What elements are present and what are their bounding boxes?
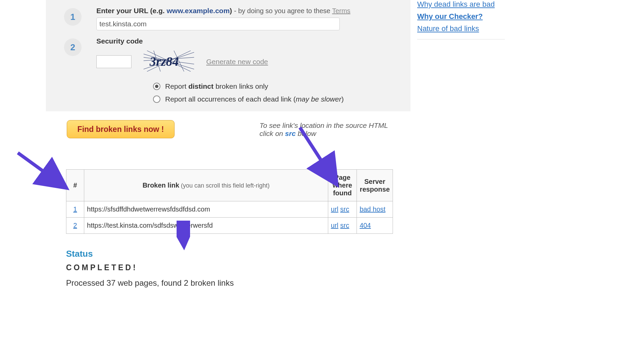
status-completed: COMPLETED!	[66, 263, 410, 272]
option-all-label: Report all occurrences of each dead link…	[165, 95, 344, 103]
hint-line-1: To see link's location in the source HTM…	[259, 121, 388, 130]
results-panel: Find broken links now ! To see link's lo…	[46, 111, 410, 315]
generate-code-link[interactable]: Generate new code	[206, 58, 268, 66]
status-processed: Processed 37 web pages, found 2 broken l…	[66, 278, 410, 288]
url-input[interactable]	[96, 18, 340, 30]
page-src-link[interactable]: src	[340, 222, 349, 229]
option-distinct[interactable]: Report distinct broken links only	[153, 82, 410, 90]
broken-link-cell: https://sfsdffdhdwetwerrewsfdsdfdsd.com	[84, 201, 328, 218]
step-1-row: 1 Enter your URL (e.g. www.example.com) …	[46, 7, 410, 30]
row-number-link[interactable]: 2	[73, 222, 77, 229]
sidebar: Why dead links are bad Why our Checker? …	[417, 0, 505, 42]
table-header-response: Serverresponse	[357, 170, 393, 201]
option-distinct-label: Report distinct broken links only	[165, 82, 268, 90]
step-2-badge: 2	[64, 38, 82, 56]
server-response-link[interactable]: 404	[360, 222, 371, 229]
table-header-link: Broken link (you can scroll this field l…	[84, 170, 328, 201]
server-response-link[interactable]: bad host	[360, 205, 386, 213]
page-src-link[interactable]: src	[340, 205, 349, 213]
url-label-suffix: )	[230, 7, 234, 15]
table-row: 1 https://sfsdffdhdwetwerrewsfdsdfdsd.co…	[66, 201, 393, 218]
status-block: Status COMPLETED! Processed 37 web pages…	[66, 249, 410, 288]
security-label: Security code	[96, 37, 410, 45]
url-agree-text: - by doing so you agree to these	[234, 7, 332, 15]
row-number-link[interactable]: 1	[73, 205, 77, 213]
sidebar-link[interactable]: Why dead links are bad	[417, 0, 505, 9]
sidebar-link[interactable]: Nature of bad links	[417, 24, 505, 33]
hint-text: To see link's location in the source HTM…	[259, 121, 388, 138]
sidebar-divider	[417, 39, 505, 39]
url-label: Enter your URL (e.g. www.example.com) - …	[96, 7, 410, 15]
url-label-example: www.example.com	[166, 7, 229, 15]
radio-distinct[interactable]	[153, 83, 160, 90]
page-url-link[interactable]: url	[331, 205, 338, 213]
results-table: # Broken link (you can scroll this field…	[66, 169, 393, 234]
broken-link-cell: https://test.kinsta.com/sdfsdswewerwersf…	[84, 218, 328, 234]
form-panel: 1 Enter your URL (e.g. www.example.com) …	[46, 0, 410, 125]
table-header-page: Pagewherefound	[328, 170, 357, 201]
page-url-link[interactable]: url	[331, 222, 338, 229]
url-label-prefix: Enter your URL (e.g.	[96, 7, 166, 15]
svg-text:3rz84: 3rz84	[149, 54, 179, 68]
radio-all[interactable]	[153, 95, 160, 103]
security-code-input[interactable]	[96, 55, 131, 68]
table-row: 2 https://test.kinsta.com/sdfsdswewerwer…	[66, 218, 393, 234]
hint-line-2: click on src below	[259, 130, 388, 138]
report-options: Report distinct broken links only Report…	[153, 82, 410, 103]
table-header-num: #	[66, 170, 84, 201]
terms-link[interactable]: Terms	[332, 7, 350, 15]
step-1-badge: 1	[64, 8, 82, 26]
option-all[interactable]: Report all occurrences of each dead link…	[153, 95, 410, 103]
status-header: Status	[66, 249, 410, 259]
sidebar-link[interactable]: Why our Checker?	[417, 12, 505, 21]
find-broken-links-button[interactable]: Find broken links now !	[67, 120, 175, 138]
captcha-image: 3rz84	[144, 51, 194, 73]
step-2-row: 2 Security code	[46, 37, 410, 73]
